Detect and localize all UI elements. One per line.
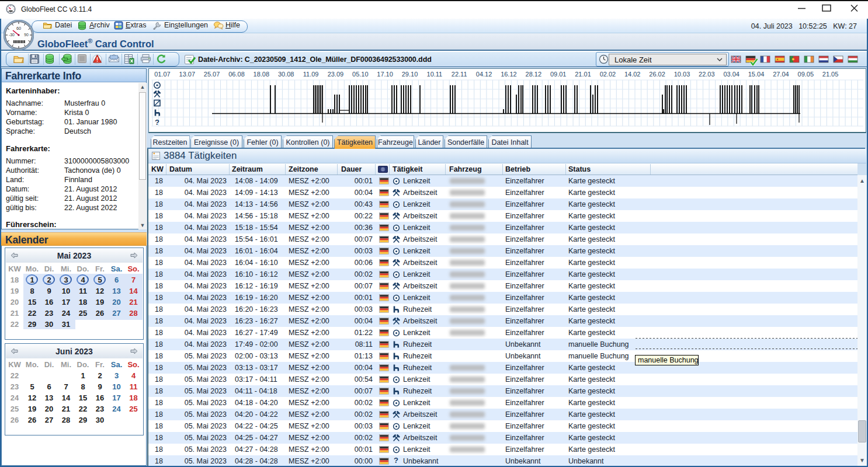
- svg-text:90: 90: [24, 33, 29, 37]
- svg-text:-30: -30: [9, 33, 15, 37]
- svg-text:60: 60: [16, 26, 21, 31]
